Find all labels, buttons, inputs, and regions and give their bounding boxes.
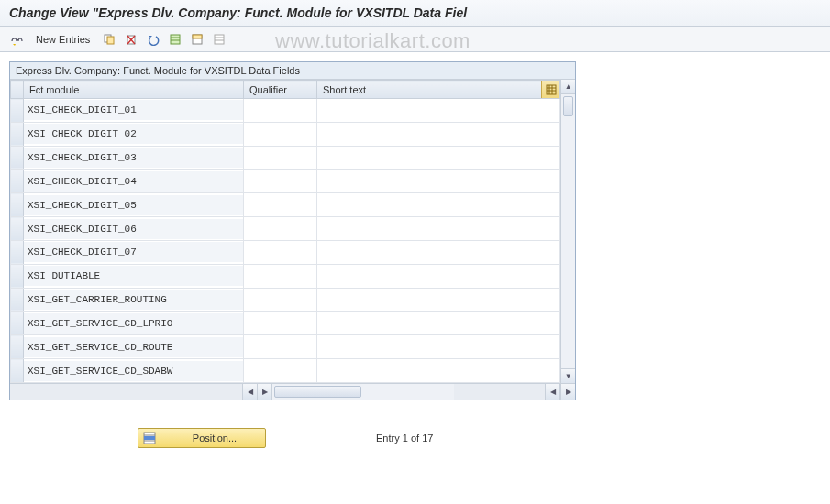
position-icon	[142, 431, 157, 445]
row-handle[interactable]	[11, 264, 24, 288]
short-text-cell[interactable]	[317, 148, 559, 168]
copy-button[interactable]	[100, 30, 118, 49]
fct-module-cell[interactable]	[24, 361, 243, 381]
hscroll-spacer	[10, 384, 243, 400]
deselect-all-button[interactable]	[210, 30, 228, 49]
fct-module-cell[interactable]	[24, 266, 243, 286]
row-handle[interactable]	[11, 335, 24, 359]
row-handle[interactable]	[11, 240, 24, 264]
undo-icon	[147, 33, 160, 46]
qualifier-cell[interactable]	[244, 148, 316, 168]
fct-module-cell[interactable]	[24, 148, 243, 168]
row-handle[interactable]	[11, 312, 24, 335]
svg-rect-13	[547, 85, 556, 94]
toggle-button[interactable]	[7, 30, 26, 49]
qualifier-cell[interactable]	[244, 195, 316, 215]
fct-module-cell[interactable]	[24, 100, 243, 120]
row-handle[interactable]	[11, 193, 24, 217]
vertical-scrollbar[interactable]: ▲ ▼	[560, 80, 575, 383]
scroll-left-button[interactable]: ◀	[243, 384, 258, 400]
short-text-cell[interactable]	[317, 124, 559, 144]
row-handle[interactable]	[11, 359, 24, 383]
fct-module-cell[interactable]	[24, 242, 243, 262]
data-table: Fct module Qualifier Short text	[10, 80, 560, 383]
row-handle[interactable]	[11, 99, 24, 123]
qualifier-cell[interactable]	[244, 290, 316, 310]
fct-module-cell[interactable]	[24, 195, 243, 215]
fct-module-cell[interactable]	[24, 171, 243, 192]
fct-module-cell[interactable]	[24, 290, 243, 310]
qualifier-cell[interactable]	[244, 219, 316, 239]
scroll-right2-button[interactable]: ▶	[560, 384, 575, 400]
select-block-button[interactable]	[188, 30, 206, 49]
toolbar: New Entries	[0, 27, 830, 52]
short-text-cell[interactable]	[317, 313, 559, 334]
deselect-icon	[213, 33, 226, 46]
position-button[interactable]: Position...	[138, 428, 266, 448]
table-caption: Express Dlv. Company: Funct. Module for …	[10, 62, 575, 80]
short-text-cell[interactable]	[317, 195, 559, 215]
short-text-cell[interactable]	[317, 337, 559, 357]
scroll-right-button[interactable]: ◀	[546, 384, 560, 400]
horizontal-scrollbar[interactable]: ◀ ▶ ◀ ▶	[10, 383, 575, 400]
new-entries-button[interactable]: New Entries	[29, 30, 96, 49]
hscroll-track[interactable]	[272, 384, 454, 400]
new-entries-label: New Entries	[36, 34, 90, 45]
page-title: Change View "Express Dlv. Company: Funct…	[0, 0, 830, 27]
qualifier-cell[interactable]	[244, 266, 316, 286]
row-handle[interactable]	[11, 217, 24, 241]
col-qualifier[interactable]: Qualifier	[244, 81, 317, 99]
scroll-thumb[interactable]	[563, 96, 573, 116]
svg-rect-10	[215, 35, 224, 44]
row-handle[interactable]	[11, 170, 24, 193]
glasses-icon	[10, 33, 23, 46]
qualifier-cell[interactable]	[244, 313, 316, 334]
short-text-cell[interactable]	[317, 171, 559, 192]
row-selector-header[interactable]	[11, 81, 24, 99]
hscroll-thumb[interactable]	[274, 386, 361, 398]
row-handle[interactable]	[11, 146, 24, 170]
fct-module-cell[interactable]	[24, 313, 243, 334]
scroll-up-button[interactable]: ▲	[561, 80, 575, 94]
delete-icon	[125, 33, 138, 46]
table-row	[11, 146, 560, 170]
short-text-cell[interactable]	[317, 242, 559, 262]
chevron-up-icon: ▲	[565, 83, 572, 91]
scroll-left2-button[interactable]: ▶	[258, 384, 272, 400]
table-row	[11, 122, 560, 146]
row-handle[interactable]	[11, 288, 24, 312]
undo-button[interactable]	[144, 30, 162, 49]
delete-button[interactable]	[122, 30, 140, 49]
qualifier-cell[interactable]	[244, 124, 316, 144]
scroll-track[interactable]	[561, 94, 575, 368]
chevron-right-icon: ▶	[566, 389, 571, 396]
short-text-cell[interactable]	[317, 266, 559, 286]
table-row	[11, 335, 560, 359]
scroll-down-button[interactable]: ▼	[561, 368, 575, 383]
short-text-cell[interactable]	[317, 290, 559, 310]
fct-module-cell[interactable]	[24, 219, 243, 239]
short-text-cell[interactable]	[317, 219, 559, 239]
qualifier-cell[interactable]	[244, 337, 316, 357]
qualifier-cell[interactable]	[244, 242, 316, 262]
table-settings-button[interactable]	[541, 81, 559, 98]
short-text-cell[interactable]	[317, 100, 559, 120]
select-all-button[interactable]	[166, 30, 184, 49]
qualifier-cell[interactable]	[244, 361, 316, 381]
row-handle[interactable]	[11, 122, 24, 146]
table-settings-icon	[546, 84, 557, 95]
col-short-text-label[interactable]: Short text	[323, 84, 366, 95]
copy-icon	[103, 33, 116, 46]
table-row	[11, 217, 560, 241]
table-row	[11, 99, 560, 123]
select-block-icon	[191, 33, 204, 46]
chevron-left-icon: ◀	[550, 389, 556, 396]
hscroll-gap	[454, 384, 546, 400]
qualifier-cell[interactable]	[244, 100, 316, 120]
short-text-cell[interactable]	[317, 361, 559, 381]
col-fct-module[interactable]: Fct module	[24, 81, 244, 99]
qualifier-cell[interactable]	[244, 171, 316, 192]
fct-module-cell[interactable]	[24, 124, 243, 144]
table-row	[11, 288, 560, 312]
fct-module-cell[interactable]	[24, 337, 243, 357]
